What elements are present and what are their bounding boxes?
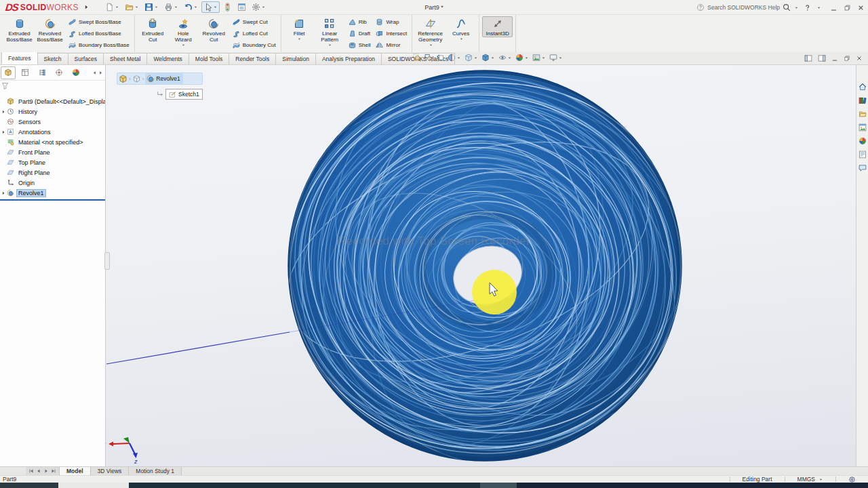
- menu-flyout-arrow[interactable]: [83, 4, 90, 10]
- boundary-boss-base-button[interactable]: Boundary Boss/Base: [66, 39, 132, 51]
- view-settings-button[interactable]: [549, 54, 564, 62]
- tree-item-history[interactable]: History: [0, 106, 105, 117]
- tab-render-tools[interactable]: Render Tools: [229, 53, 276, 64]
- pane-right-button[interactable]: [818, 54, 826, 62]
- part-breadcrumb-icon[interactable]: [119, 75, 127, 83]
- doc-tab-motion-study-1[interactable]: Motion Study 1: [129, 467, 182, 475]
- doc-tab-model[interactable]: Model: [59, 467, 91, 475]
- extruded-boss-base-button[interactable]: Extruded Boss/Base: [4, 16, 35, 43]
- wrap-button[interactable]: Wrap: [374, 16, 409, 28]
- revolved-boss-base-button[interactable]: Revolved Boss/Base: [35, 16, 65, 43]
- filter-funnel-icon[interactable]: [1, 82, 9, 89]
- fillet-button[interactable]: Fillet: [284, 16, 315, 43]
- apply-scene-button[interactable]: [532, 54, 547, 62]
- draft-button[interactable]: Draft: [347, 28, 373, 39]
- tab-surfaces[interactable]: Surfaces: [68, 53, 104, 64]
- view-palette-button[interactable]: [857, 122, 868, 132]
- tab-simulation[interactable]: Simulation: [275, 53, 316, 64]
- tag-globe-icon[interactable]: [836, 476, 868, 483]
- shell-button[interactable]: Shell: [347, 39, 373, 51]
- dimxpert-manager-tab[interactable]: [52, 66, 66, 79]
- file-explorer-button[interactable]: [857, 108, 868, 119]
- scroll-left-icon[interactable]: [92, 70, 97, 76]
- revolved-cut-button[interactable]: Revolved Cut: [199, 16, 229, 43]
- tree-item-top-plane[interactable]: Top Plane: [0, 157, 105, 167]
- scroll-right-icon[interactable]: [98, 70, 103, 76]
- window-minimize-icon[interactable]: [830, 4, 837, 12]
- next-tab-button[interactable]: [43, 468, 50, 474]
- configuration-manager-tab[interactable]: [35, 66, 50, 79]
- expand-arrow-icon[interactable]: [0, 110, 7, 114]
- extruded-cut-button[interactable]: Extruded Cut: [138, 16, 168, 43]
- reference-geometry-button[interactable]: Reference Geometry: [415, 16, 446, 49]
- open-button[interactable]: [123, 1, 141, 13]
- custom-properties-button[interactable]: [857, 149, 868, 159]
- tree-item-material-not-specified[interactable]: Material <not specified>: [0, 137, 105, 147]
- tree-item-front-plane[interactable]: Front Plane: [0, 147, 105, 157]
- solidworks-forum-button[interactable]: [857, 163, 868, 173]
- search-caret-icon[interactable]: [794, 5, 799, 10]
- tab-sketch[interactable]: Sketch: [37, 53, 68, 64]
- units-selector[interactable]: MMGS: [785, 476, 835, 483]
- section-view-button[interactable]: [447, 54, 462, 62]
- sketch1-chip[interactable]: Sketch1: [165, 89, 203, 100]
- view-orientation-button[interactable]: [464, 54, 479, 62]
- window-restore-button[interactable]: [844, 55, 850, 62]
- new-file-button[interactable]: [103, 1, 121, 13]
- swept-boss-base-button[interactable]: Swept Boss/Base: [66, 16, 132, 28]
- save-button[interactable]: [142, 1, 161, 13]
- tab-analysis-preparation[interactable]: Analysis Preparation: [315, 53, 382, 64]
- tree-item-part9-root[interactable]: Part9 (Default<<Default>_Display State: [0, 96, 105, 106]
- rebuild-button[interactable]: [221, 1, 234, 13]
- doc-tab-3d-views[interactable]: 3D Views: [91, 467, 130, 475]
- body-breadcrumb-icon[interactable]: [132, 75, 141, 83]
- last-tab-button[interactable]: [50, 468, 57, 474]
- edit-appearance-button[interactable]: [515, 54, 530, 62]
- help-search[interactable]: Search SOLIDWORKS Help: [696, 3, 799, 12]
- tree-item-right-plane[interactable]: Right Plane: [0, 167, 105, 178]
- window-minimize-button[interactable]: [831, 55, 838, 62]
- zoom-area-button[interactable]: [424, 54, 433, 62]
- graphics-area[interactable]: xz Recorded with Top Screen Recorder › ›…: [106, 65, 856, 466]
- linear-pattern-button[interactable]: Linear Pattern: [315, 16, 345, 49]
- hide-show-items-button[interactable]: [498, 54, 513, 62]
- print-button[interactable]: [162, 1, 180, 13]
- previous-tab-button[interactable]: [35, 468, 42, 474]
- help-caret-icon[interactable]: [816, 5, 821, 10]
- tab-features[interactable]: Features: [1, 52, 38, 64]
- appearances-scenes-button[interactable]: [857, 136, 868, 146]
- window-close-button[interactable]: [856, 55, 863, 62]
- design-library-button[interactable]: [857, 95, 868, 105]
- pane-left-button[interactable]: [804, 54, 812, 62]
- tree-item-sensors[interactable]: Sensors: [0, 117, 105, 127]
- search-icon[interactable]: [783, 3, 791, 12]
- lofted-cut-button[interactable]: Lofted Cut: [231, 28, 278, 39]
- hole-wizard-button[interactable]: Hole Wizard: [168, 16, 199, 49]
- boundary-cut-button[interactable]: Boundary Cut: [231, 39, 278, 51]
- expand-arrow-icon[interactable]: [0, 191, 7, 195]
- undo-button[interactable]: [182, 1, 200, 13]
- home-button[interactable]: [857, 81, 868, 92]
- first-tab-button[interactable]: [28, 468, 35, 474]
- tree-item-origin[interactable]: Origin: [0, 178, 105, 188]
- display-manager-tab[interactable]: [68, 66, 83, 79]
- display-style-button[interactable]: [481, 54, 496, 62]
- previous-view-button[interactable]: [435, 54, 445, 62]
- options-button[interactable]: [250, 1, 268, 13]
- lofted-boss-base-button[interactable]: Lofted Boss/Base: [66, 28, 132, 39]
- mirror-button[interactable]: Mirror: [374, 39, 409, 51]
- instant3d-button[interactable]: Instant3D: [482, 16, 513, 37]
- tab-sheet-metal[interactable]: Sheet Metal: [103, 53, 147, 64]
- revolve-axis-line[interactable]: [106, 332, 290, 364]
- window-close-icon[interactable]: [857, 4, 865, 12]
- select-button[interactable]: [201, 1, 220, 13]
- swept-cut-button[interactable]: Swept Cut: [231, 16, 278, 28]
- tab-weldments[interactable]: Weldments: [146, 53, 189, 64]
- revolve1-breadcrumb-chip[interactable]: Revolve1: [145, 73, 182, 84]
- tree-item-annotations[interactable]: Annotations: [0, 127, 105, 137]
- search-label[interactable]: Search SOLIDWORKS Help: [707, 4, 780, 11]
- zoom-fit-button[interactable]: [412, 54, 422, 62]
- display-settings-button[interactable]: [235, 1, 248, 13]
- model-canvas[interactable]: xz: [106, 65, 856, 466]
- tree-item-revolve1[interactable]: Revolve1: [0, 188, 105, 198]
